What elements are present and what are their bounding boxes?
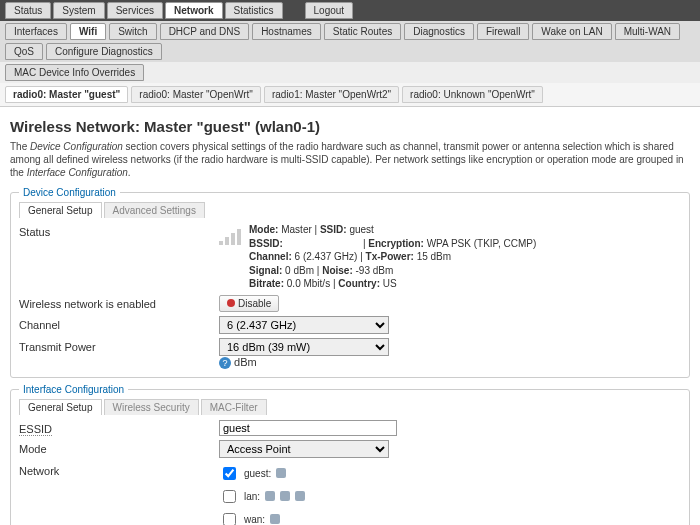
- net-name: wan:: [244, 514, 265, 525]
- fieldset-legend: Interface Configuration: [19, 384, 128, 395]
- nav-sub-item[interactable]: Firewall: [477, 23, 529, 40]
- net-guest-checkbox[interactable]: [223, 467, 236, 480]
- net-icon: [295, 491, 305, 501]
- signal-icon: [219, 223, 241, 245]
- channel-select[interactable]: 6 (2.437 GHz): [219, 316, 389, 334]
- status-text: Mode: Master | SSID: guest BSSID:| Encry…: [249, 223, 536, 291]
- nav-top-statistics[interactable]: Statistics: [225, 2, 283, 19]
- net-name: guest:: [244, 468, 271, 479]
- nav-sub-item[interactable]: Static Routes: [324, 23, 401, 40]
- nav-sub-item[interactable]: Multi-WAN: [615, 23, 680, 40]
- net-icon: [270, 514, 280, 524]
- page-description: The Device Configuration section covers …: [10, 140, 690, 179]
- nav-top-network[interactable]: Network: [165, 2, 222, 19]
- net-name: lan:: [244, 491, 260, 502]
- label-txpower: Transmit Power: [19, 338, 219, 353]
- nav-sub-item[interactable]: Configure Diagnostics: [46, 43, 162, 60]
- net-icon: [276, 468, 286, 478]
- radio-tab[interactable]: radio0: Master "OpenWrt": [131, 86, 261, 103]
- nav-sub-item[interactable]: QoS: [5, 43, 43, 60]
- label-essid[interactable]: ESSID: [19, 423, 52, 436]
- txpower-select[interactable]: 16 dBm (39 mW): [219, 338, 389, 356]
- tab-if-general[interactable]: General Setup: [19, 399, 102, 415]
- fieldset-legend: Device Configuration: [19, 187, 120, 198]
- nav-sub-item[interactable]: DHCP and DNS: [160, 23, 250, 40]
- radio-tab[interactable]: radio0: Unknown "OpenWrt": [402, 86, 543, 103]
- mode-select[interactable]: Access Point: [219, 440, 389, 458]
- label-enabled: Wireless network is enabled: [19, 295, 219, 310]
- nav-sub2[interactable]: MAC Device Info Overrides: [5, 64, 144, 81]
- label-status: Status: [19, 223, 219, 238]
- essid-input[interactable]: [219, 420, 397, 436]
- disable-button[interactable]: Disable: [219, 295, 279, 312]
- txpower-unit: dBm: [234, 356, 257, 368]
- nav-sub-item[interactable]: Interfaces: [5, 23, 67, 40]
- radio-tab[interactable]: radio1: Master "OpenWrt2": [264, 86, 399, 103]
- logout-button[interactable]: Logout: [305, 2, 354, 19]
- nav-sub-item[interactable]: Diagnostics: [404, 23, 474, 40]
- radio-tab[interactable]: radio0: Master "guest": [5, 86, 128, 103]
- nav-sub-item[interactable]: Hostnames: [252, 23, 321, 40]
- label-network: Network: [19, 462, 219, 477]
- net-wan-checkbox[interactable]: [223, 513, 236, 526]
- tab-if-macfilter[interactable]: MAC-Filter: [201, 399, 267, 415]
- nav-sub-item[interactable]: Wifi: [70, 23, 106, 40]
- net-icon: [265, 491, 275, 501]
- label-channel: Channel: [19, 316, 219, 331]
- nav-sub-item[interactable]: Wake on LAN: [532, 23, 611, 40]
- tab-if-security[interactable]: Wireless Security: [104, 399, 199, 415]
- tab-general-setup[interactable]: General Setup: [19, 202, 102, 218]
- label-mode: Mode: [19, 440, 219, 455]
- page-title: Wireless Network: Master "guest" (wlan0-…: [10, 118, 690, 135]
- net-lan-checkbox[interactable]: [223, 490, 236, 503]
- nav-top-status[interactable]: Status: [5, 2, 51, 19]
- disable-icon: [227, 299, 235, 307]
- net-icon: [280, 491, 290, 501]
- nav-top-services[interactable]: Services: [107, 2, 163, 19]
- nav-top-system[interactable]: System: [53, 2, 104, 19]
- help-icon[interactable]: ?: [219, 357, 231, 369]
- interface-configuration: Interface Configuration General Setup Wi…: [10, 384, 690, 526]
- tab-advanced-settings[interactable]: Advanced Settings: [104, 202, 205, 218]
- device-configuration: Device Configuration General Setup Advan…: [10, 187, 690, 378]
- nav-sub-item[interactable]: Switch: [109, 23, 156, 40]
